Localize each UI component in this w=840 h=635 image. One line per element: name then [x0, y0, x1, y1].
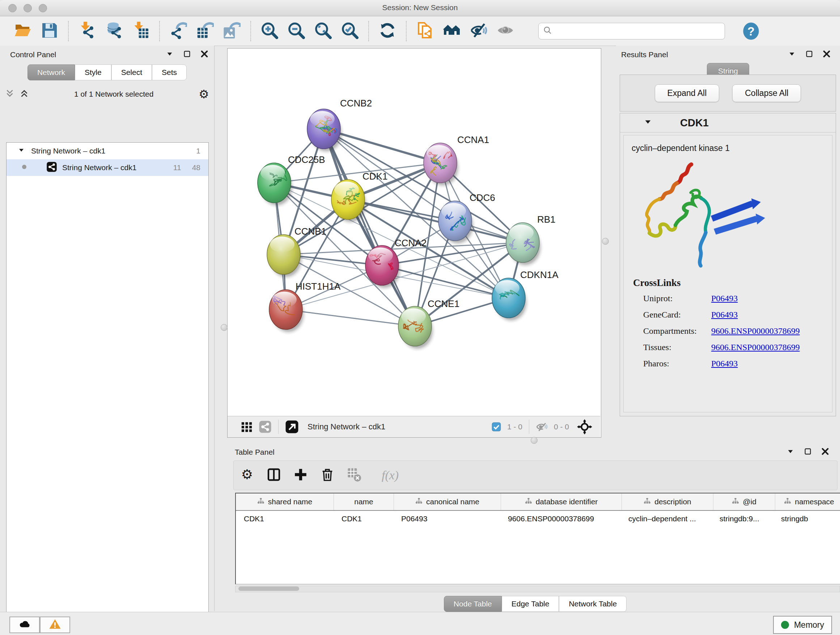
- table-panel-close-icon[interactable]: [821, 448, 829, 457]
- column-header--id[interactable]: @id: [714, 494, 775, 510]
- results-panel-collapse-icon[interactable]: [788, 50, 796, 59]
- network-node[interactable]: [439, 201, 473, 243]
- table-cell[interactable]: cyclin–dependent ...: [621, 515, 712, 523]
- control-panel-float-icon[interactable]: [183, 50, 191, 59]
- import-network-from-database-button[interactable]: [104, 22, 123, 41]
- zoom-out-button[interactable]: [287, 22, 306, 41]
- table-cell[interactable]: stringdb: [773, 515, 840, 523]
- network-node[interactable]: [492, 278, 526, 320]
- table-panel-collapse-icon[interactable]: [786, 448, 794, 457]
- pan-crosshair-icon[interactable]: [577, 419, 592, 434]
- hierarchy-icon: [525, 497, 532, 507]
- export-image-button[interactable]: [223, 22, 241, 41]
- network-node[interactable]: [267, 234, 302, 277]
- column-header-database-identifier[interactable]: database identifier: [501, 494, 622, 510]
- hide-selected-button[interactable]: [469, 22, 488, 41]
- import-table-from-file-button[interactable]: [131, 22, 150, 41]
- column-header-shared-name[interactable]: shared name: [236, 494, 334, 510]
- show-all-button[interactable]: [496, 22, 515, 41]
- network-node[interactable]: [506, 223, 540, 265]
- selected-checkbox-icon[interactable]: [491, 422, 501, 432]
- hidden-eye-slash-icon[interactable]: [536, 421, 548, 433]
- tab-network[interactable]: Network: [27, 65, 75, 80]
- table-cell[interactable]: 9606.ENSP00000378699: [500, 515, 621, 523]
- column-header-description[interactable]: description: [622, 494, 714, 510]
- memory-button[interactable]: Memory: [773, 616, 832, 634]
- search-input[interactable]: [553, 27, 720, 35]
- grid-view-icon[interactable]: [240, 421, 253, 433]
- results-panel-float-icon[interactable]: [805, 50, 813, 59]
- tab-edge-table[interactable]: Edge Table: [502, 596, 559, 612]
- right-splitter-handle[interactable]: [602, 238, 609, 245]
- network-collection-row[interactable]: String Network – cdk1 1: [6, 143, 208, 159]
- create-column-button[interactable]: [294, 467, 308, 483]
- collection-expander-icon[interactable]: [18, 147, 25, 155]
- tab-sets[interactable]: Sets: [152, 65, 187, 80]
- table-settings-button[interactable]: ⚙: [240, 467, 254, 483]
- window-title: Session: New Session: [0, 3, 840, 12]
- collapse-all-button[interactable]: Collapse All: [732, 84, 801, 102]
- save-session-button[interactable]: [40, 22, 59, 41]
- protein-collapse-icon[interactable]: [644, 118, 652, 127]
- network-share-view-icon[interactable]: [259, 420, 272, 433]
- delete-column-button[interactable]: [320, 467, 335, 483]
- export-network-button[interactable]: [169, 22, 188, 41]
- zoom-selected-button[interactable]: [340, 22, 359, 41]
- results-panel-close-icon[interactable]: [823, 50, 831, 59]
- control-panel-close-icon[interactable]: [201, 50, 208, 59]
- column-header-canonical-name[interactable]: canonical name: [394, 494, 501, 510]
- tab-style[interactable]: Style: [75, 65, 111, 80]
- table-cell[interactable]: stringdb:9...: [712, 515, 773, 523]
- network-canvas[interactable]: CCNB2CCNA1CDC25BCDK1CDC6RB1CCNB1CCNA2CDK…: [227, 49, 600, 415]
- tab-node-table[interactable]: Node Table: [444, 596, 502, 612]
- network-node[interactable]: [307, 109, 341, 151]
- cloud-button[interactable]: [9, 616, 40, 633]
- clone-network-button[interactable]: [416, 22, 434, 41]
- table-hscrollbar[interactable]: [235, 586, 840, 592]
- node-table[interactable]: shared namenamecanonical namedatabase id…: [235, 493, 840, 584]
- network-row[interactable]: String Network – cdk1 11 48: [6, 159, 208, 176]
- open-session-button[interactable]: [13, 22, 32, 41]
- column-header-namespace[interactable]: namespace: [775, 494, 840, 510]
- crosslink-link[interactable]: 9606.ENSP00000378699: [711, 326, 800, 336]
- table-cell[interactable]: P06493: [393, 515, 500, 523]
- table-cell[interactable]: CDK1: [236, 515, 333, 523]
- table-cell[interactable]: CDK1: [333, 515, 393, 523]
- collapse-all-networks-icon[interactable]: [5, 89, 14, 100]
- tab-select[interactable]: Select: [111, 65, 152, 80]
- control-panel-collapse-icon[interactable]: [166, 50, 174, 59]
- edge-count: 48: [192, 163, 201, 172]
- expand-all-button[interactable]: Expand All: [655, 84, 720, 102]
- export-image-icon: [223, 22, 240, 41]
- expand-all-networks-icon[interactable]: [19, 89, 29, 100]
- warnings-button[interactable]: [40, 616, 70, 633]
- column-header-name[interactable]: name: [334, 494, 394, 510]
- network-node[interactable]: [269, 290, 303, 332]
- network-node[interactable]: [332, 180, 366, 222]
- crosslink-link[interactable]: 9606.ENSP00000378699: [711, 342, 800, 352]
- warning-icon: [49, 618, 61, 632]
- apply-layout-button[interactable]: [378, 22, 397, 41]
- left-splitter-handle[interactable]: [221, 324, 227, 331]
- bottom-splitter-handle[interactable]: [531, 437, 538, 444]
- export-table-button[interactable]: [196, 22, 215, 41]
- network-node[interactable]: [424, 143, 458, 185]
- table-hscrollbar-thumb[interactable]: [238, 586, 299, 591]
- import-network-from-file-button[interactable]: [78, 22, 96, 41]
- table-panel-float-icon[interactable]: [804, 448, 812, 457]
- show-columns-button[interactable]: [267, 467, 281, 483]
- table-row[interactable]: CDK1CDK1P064939606.ENSP00000378699cyclin…: [236, 511, 840, 527]
- network-node[interactable]: [398, 306, 433, 348]
- zoom-fit-button[interactable]: [314, 22, 332, 41]
- crosslink-link[interactable]: P06493: [711, 359, 737, 369]
- control-panel-tabs: NetworkStyleSelectSets: [0, 65, 214, 80]
- network-options-gear-icon[interactable]: ⚙: [199, 88, 209, 100]
- crosslink-link[interactable]: P06493: [711, 310, 737, 320]
- birdseye-view-icon[interactable]: [285, 420, 299, 434]
- zoom-in-button[interactable]: [260, 22, 279, 41]
- help-button[interactable]: ?: [742, 22, 760, 41]
- first-neighbors-button[interactable]: [442, 22, 461, 41]
- tab-network-table[interactable]: Network Table: [559, 596, 627, 612]
- crosslink-link[interactable]: P06493: [711, 294, 737, 303]
- search-box[interactable]: [538, 23, 725, 40]
